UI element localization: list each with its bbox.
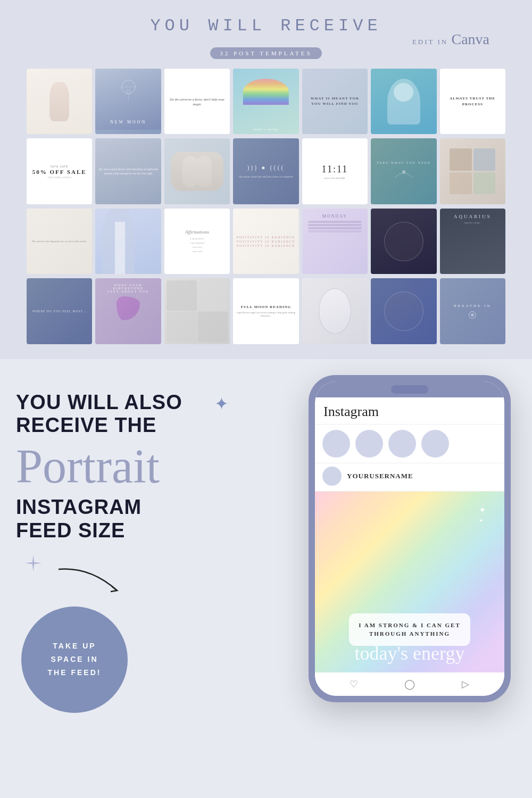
instagram-feed-title: INSTAGRAM FEED SIZE — [16, 496, 239, 542]
share-icon: ▷ — [459, 678, 472, 691]
portrait-template-preview: ✦✦ I AM STRONG & I CAN GET THROUGH ANYTH… — [315, 492, 504, 672]
template-cell-girl-sky — [371, 69, 436, 134]
template-cell-rainbow: today's energy — [233, 69, 298, 134]
template-cell-dark-photo — [371, 209, 436, 274]
phone-screen: Instagram YOURUSERNAME — [315, 381, 504, 696]
monday-text: MONDAY — [322, 214, 347, 219]
bottom-left-content: YOU WILL ALSO RECEIVE THE ✦ Portrait INS… — [16, 380, 239, 713]
template-cell-feel-most: WHERE DO YOU FEEL MOST... — [27, 278, 92, 344]
arrow-curve — [48, 564, 154, 596]
phone-notch — [315, 381, 504, 397]
svg-point-2 — [126, 90, 130, 94]
sparkle-icon: ✦ — [214, 394, 229, 414]
template-cell-hands — [164, 138, 230, 204]
phone-mockup: Instagram YOURUSERNAME — [309, 375, 511, 702]
template-cell-moon-phases: ))) ● (((( the moon chose her and she ch… — [233, 138, 298, 204]
template-cell-positivity: POSITIVITY IS RADIANCE POSITIVITY IS RAD… — [233, 209, 298, 274]
affirmation-text: I AM STRONG & I CAN GET THROUGH ANYTHING — [359, 621, 460, 638]
rainbow-label: today's energy — [253, 128, 279, 131]
todays-energy-text: today's energy — [355, 642, 465, 664]
affirmation-box: I AM STRONG & I CAN GET THROUGH ANYTHING — [349, 613, 470, 646]
take-up-text: TAKE UP SPACE IN THE FEED! — [48, 639, 102, 680]
story-circle-3 — [388, 430, 416, 458]
template-cell-partial — [371, 278, 436, 344]
story-circle-1 — [322, 430, 350, 458]
template-cell-birthstone: WHAT YOUR BIRTHSTONE SAYS ABOUT YOU — [95, 278, 161, 344]
template-cell-text-light: The universe has big plans for us not to… — [27, 209, 92, 274]
template-cell-monday: MONDAY — [302, 209, 368, 274]
template-cell-crystals — [440, 138, 505, 204]
profile-row: YOURUSERNAME — [315, 463, 504, 492]
instagram-logo: Instagram — [323, 404, 379, 419]
template-cell-what-meant: WHAT IS MEANT FOR YOU WILL FIND YOU — [302, 69, 368, 134]
template-cell-oval-white — [302, 278, 368, 344]
template-grid-row3: The universe has big plans for us not to… — [11, 209, 521, 274]
template-cell-breathe-in: BREATHE IN — [440, 278, 505, 344]
do-universe-text: Do the universe a favor, don't hide your… — [169, 97, 226, 106]
post-count-badge: 32 POST TEMPLATES — [210, 47, 321, 59]
canva-badge: EDIT IN Canva — [412, 31, 489, 48]
always-trust-text: ALWAYS TRUST THE PROCESS — [444, 96, 501, 107]
template-cell-photo-hand — [27, 69, 92, 134]
phone-notch-pill — [391, 385, 428, 394]
also-receive-title: YOU WILL ALSO RECEIVE THE — [16, 391, 239, 437]
main-title: YOU WILL RECEIVE — [150, 16, 381, 36]
breathe-in-text: BREATHE IN — [454, 304, 492, 308]
bottom-section: YOU WILL ALSO RECEIVE THE ✦ Portrait INS… — [0, 359, 532, 798]
phone-bottom-bar: ♡ ◯ ▷ — [315, 672, 504, 696]
template-grid-row1: NEW MOON Do the universe a favor, don't … — [11, 69, 521, 134]
affirmations-text: Affirmations — [185, 229, 209, 235]
portrait-script-text: Portrait — [16, 443, 239, 491]
template-grid-row4: WHERE DO YOU FEEL MOST... WHAT YOUR BIRT… — [11, 278, 521, 344]
new-moon-text: NEW MOON — [110, 120, 147, 124]
svg-point-4 — [402, 170, 405, 173]
aquarius-text: AQUARIUS — [454, 214, 492, 219]
template-grid-row2: 50% OFF 50% OFF SALE USE CODE: SAVE50 sh… — [11, 138, 521, 204]
template-cell-always-trust: ALWAYS TRUST THE PROCESS — [440, 69, 505, 134]
template-cell-teal-moon: TAKE WHAT YOU NEED — [371, 138, 436, 204]
template-cell-moon-flower: she was a moon flower only blooming at n… — [95, 138, 161, 204]
story-circles — [315, 425, 504, 463]
template-cell-do-universe: Do the universe a favor, don't hide your… — [164, 69, 230, 134]
story-circle-4 — [421, 430, 449, 458]
canva-logo: Canva — [451, 31, 489, 47]
template-cell-aquarius: AQUARIUS Aquarius energy... — [440, 209, 505, 274]
template-cell-full-moon: FULL MOON READING Light Browse angel you… — [233, 278, 298, 344]
phone-mockup-container: Instagram YOURUSERNAME — [298, 375, 521, 702]
template-cell-1111: 11:11 pour love and light — [302, 138, 368, 204]
story-circle-2 — [355, 430, 383, 458]
profile-avatar — [322, 467, 342, 486]
sparkle-bottom-left-icon — [24, 554, 43, 575]
template-cell-plant-shadow — [95, 209, 161, 274]
sale-text: 50% OFF SALE — [32, 169, 87, 175]
comment-icon: ◯ — [403, 678, 416, 691]
template-cell-affirmations: Affirmations I am positiveI am thankfulI… — [164, 209, 230, 274]
what-meant-text: WHAT IS MEANT FOR YOU WILL FIND YOU — [306, 96, 363, 107]
take-up-circle: TAKE UP SPACE IN THE FEED! — [21, 606, 128, 713]
sparkle-stars-icon: ✦✦ — [479, 505, 486, 525]
username-text: YOURUSERNAME — [347, 472, 413, 480]
heart-icon: ♡ — [347, 678, 360, 691]
eleven-eleven-text: 11:11 — [322, 164, 348, 175]
instagram-header: Instagram — [315, 397, 504, 425]
top-section: YOU WILL RECEIVE EDIT IN Canva 32 POST T… — [0, 0, 532, 359]
template-cell-new-moon: NEW MOON — [95, 69, 161, 134]
template-cell-flat-lay — [164, 278, 230, 344]
full-moon-text: FULL MOON READING — [241, 305, 291, 309]
edit-in-label: EDIT IN — [412, 38, 448, 46]
template-cell-sale: 50% OFF 50% OFF SALE USE CODE: SAVE50 — [27, 138, 92, 204]
gradient-background: ✦✦ I AM STRONG & I CAN GET THROUGH ANYTH… — [315, 492, 504, 672]
